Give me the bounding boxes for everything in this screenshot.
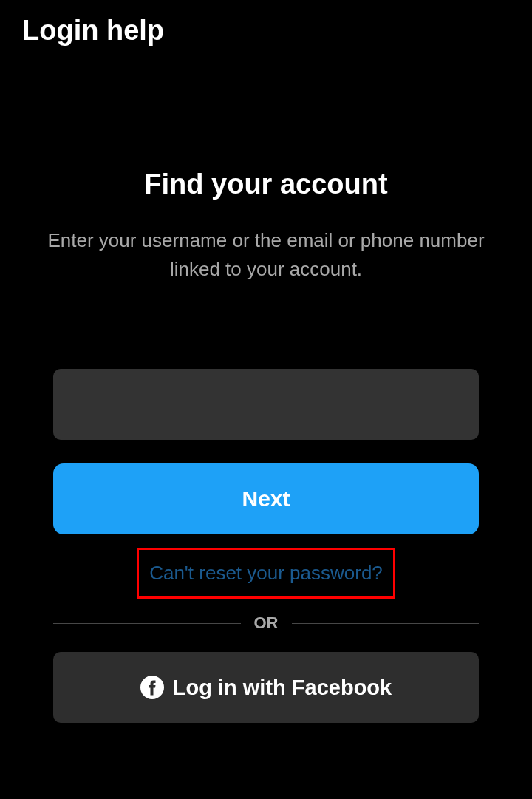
divider-text: OR [241, 613, 292, 633]
divider: OR [22, 613, 510, 633]
reset-link-wrapper: Can't reset your password? [53, 548, 479, 599]
page-title: Login help [22, 15, 510, 47]
divider-line-right [292, 623, 480, 624]
content: Find your account Enter your username or… [0, 169, 532, 723]
username-input[interactable] [53, 369, 479, 440]
header: Login help [0, 0, 532, 61]
divider-line-left [53, 623, 241, 624]
main-heading: Find your account [22, 169, 510, 200]
facebook-icon [140, 676, 164, 699]
login-with-facebook-button[interactable]: Log in with Facebook [53, 652, 479, 723]
subtitle: Enter your username or the email or phon… [22, 226, 510, 284]
form-section: Next Can't reset your password? [22, 369, 510, 599]
cant-reset-password-link[interactable]: Can't reset your password? [137, 548, 395, 599]
facebook-button-label: Log in with Facebook [173, 676, 392, 700]
next-button[interactable]: Next [53, 463, 479, 534]
